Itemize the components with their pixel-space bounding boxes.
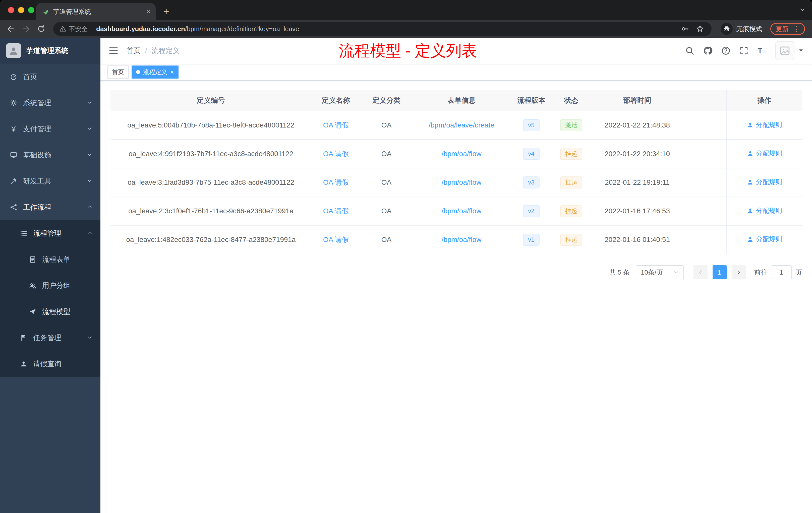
assign-rule-button[interactable]: 分配规则 [747,149,782,158]
zoom-window-button[interactable] [28,7,34,13]
tab-strip: 芋道管理系统 × + [0,0,812,20]
avatar [775,41,794,60]
filler-cell [684,140,727,168]
security-label: 不安全 [69,25,88,33]
content-area: 定义编号 定义名称 定义分类 表单信息 流程版本 状态 部署时间 操作 [100,81,812,513]
sidebar-item-leave-query[interactable]: 请假查询 [0,351,100,377]
reload-button[interactable] [34,22,48,36]
sidebar-item-user-group[interactable]: 用户分组 [0,273,100,299]
pagination: 共 5 条 10条/页 1 前往 页 [111,265,802,279]
form-info-link[interactable]: /bpm/oa/flow [442,178,482,186]
forward-button[interactable] [19,22,33,36]
browser-menu-icon[interactable]: ⋮ [793,25,800,33]
assign-rule-button[interactable]: 分配规则 [747,178,782,186]
prev-page-button[interactable] [694,265,707,279]
definition-name-link[interactable]: OA 请假 [323,236,349,243]
tab-close-icon[interactable]: × [146,8,151,15]
sidebar-item-payment-management[interactable]: ¥ 支付管理 [0,116,100,142]
assign-rule-button[interactable]: 分配规则 [747,206,782,215]
sidebar-item-infrastructure[interactable]: 基础设施 [0,142,100,168]
chrome-update-button[interactable]: 更新 ⋮ [770,23,805,35]
filler-cell [684,225,727,254]
help-icon[interactable] [721,46,731,56]
definition-name-link[interactable]: OA 请假 [323,178,349,186]
new-tab-button[interactable]: + [159,4,174,19]
user-menu[interactable] [775,41,804,60]
definition-id: oa_leave:5:004b710b-7b8a-11ec-8ef0-acde4… [111,111,311,140]
page-number-button[interactable]: 1 [713,265,727,279]
status-badge: 挂起 [560,176,582,188]
navbar: 首页 / 流程定义 流程模型 - 定义列表 [100,38,812,64]
sidebar-item-task-management[interactable]: 任务管理 [0,325,100,351]
col-status: 状态 [552,90,590,111]
sidebar-item-process-form[interactable]: 流程表单 [0,246,100,273]
sidebar-item-system-management[interactable]: 系统管理 [0,90,100,116]
bookmark-star-icon[interactable] [695,23,705,34]
tab-favicon-leaf-icon [41,8,49,15]
minimize-window-button[interactable] [18,7,24,13]
person-icon [747,179,754,185]
definition-name-link[interactable]: OA 请假 [323,121,349,129]
assign-rule-button[interactable]: 分配规则 [747,120,782,129]
status-badge: 挂起 [560,148,582,160]
chevron-down-icon [87,125,92,133]
sidebar-toggle-icon[interactable] [109,46,118,56]
github-icon[interactable] [703,46,713,56]
tag-home[interactable]: 首页 [108,65,128,79]
sidebar-item-dev-tools[interactable]: 研发工具 [0,168,100,194]
definition-category: OA [360,111,412,140]
breadcrumb-separator: / [145,47,147,55]
chevron-up-icon [87,230,92,237]
browser-tab[interactable]: 芋道管理系统 × [36,3,156,20]
definition-category: OA [360,225,412,254]
sidebar-item-process-model[interactable]: 流程模型 [0,299,100,325]
fullscreen-icon[interactable] [739,46,749,56]
col-definition-category: 定义分类 [360,90,412,111]
tag-close-icon[interactable]: × [170,69,174,75]
dashboard-icon [9,73,18,81]
logo-avatar [6,43,21,58]
sidebar-item-process-management[interactable]: 流程管理 [0,220,100,246]
password-key-icon[interactable] [679,23,691,34]
breadcrumb: 首页 / 流程定义 [126,46,180,56]
assign-rule-button[interactable]: 分配规则 [747,235,782,244]
address-bar[interactable]: 不安全 dashboard.yudao.iocoder.cn/bpm/manag… [53,22,712,36]
font-size-icon[interactable]: TT [757,46,767,56]
next-page-button[interactable] [732,265,746,279]
tag-process-definition[interactable]: 流程定义 × [132,65,178,79]
page-size-select[interactable]: 10条/页 [636,265,684,279]
definition-category: OA [360,140,412,168]
form-info-link[interactable]: /bpm/oa/flow [442,150,482,158]
person-icon [747,236,754,243]
version-badge: v3 [523,176,539,188]
filler-cell [684,197,727,225]
form-info-link[interactable]: /bpm/oa/flow [442,207,482,215]
url-text: dashboard.yudao.iocoder.cn/bpm/manager/d… [96,25,675,33]
form-info-link[interactable]: /bpm/oa/flow [442,236,482,243]
close-window-button[interactable] [8,7,14,13]
col-filler [684,90,727,111]
search-icon[interactable] [685,46,695,56]
deploy-time: 2022-01-22 20:34:10 [590,140,684,168]
col-actions: 操作 [727,90,802,111]
browser-window: 芋道管理系统 × + 不安全 dashboard.yudao.iocoder.c… [0,0,812,513]
incognito-badge: 无痕模式 [717,22,766,35]
breadcrumb-home[interactable]: 首页 [126,46,141,56]
site-security[interactable]: 不安全 [59,25,88,33]
tab-search-chevron-icon[interactable] [799,6,806,15]
goto-page-input[interactable] [771,265,792,279]
traffic-lights [8,7,34,13]
workflow-icon [9,204,18,211]
form-info-link[interactable]: /bpm/oa/leave/create [429,121,494,129]
chevron-up-icon [87,203,92,211]
person-icon [747,150,754,157]
back-button[interactable] [4,22,18,36]
status-badge: 挂起 [560,205,582,217]
sidebar-item-home[interactable]: 首页 [0,64,100,90]
person-icon [20,360,28,368]
sidebar-item-workflow[interactable]: 工作流程 [0,194,100,220]
definition-name-link[interactable]: OA 请假 [323,150,349,158]
definition-name-link[interactable]: OA 请假 [323,207,349,215]
version-badge: v1 [523,234,539,246]
sidebar-logo[interactable]: 芋道管理系统 [0,38,100,64]
